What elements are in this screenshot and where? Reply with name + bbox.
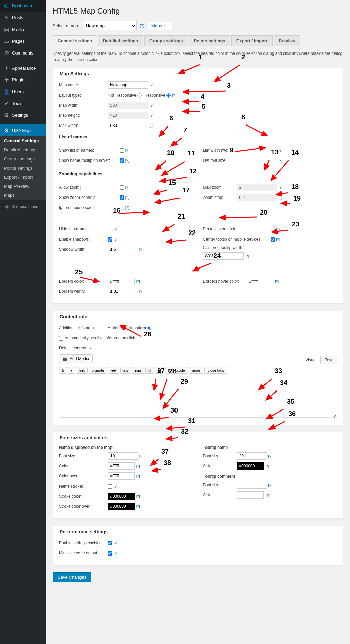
editor-toolbar: bilinkb-quotedelinsimgulollicodemoreclos…: [59, 367, 337, 374]
page-title: HTML5 Map Config: [53, 7, 343, 16]
ed-btn-close-tags[interactable]: close tags: [204, 367, 227, 374]
submenu: General Settings Detailed settings Group…: [0, 136, 46, 200]
ed-btn-li[interactable]: li: [165, 367, 173, 374]
content-info-card: Content info Additional Info area:At rig…: [53, 311, 343, 425]
content-textarea[interactable]: [59, 374, 337, 418]
list-font-input[interactable]: [237, 157, 277, 164]
show-list-checkbox[interactable]: [120, 148, 124, 153]
nav-tools[interactable]: ✔Tools: [0, 98, 46, 109]
tab-points[interactable]: Points settings: [189, 35, 230, 46]
borders-width-input[interactable]: [108, 288, 138, 295]
ed-btn-i[interactable]: i: [68, 367, 75, 374]
enable-shadows-checkbox[interactable]: [108, 237, 112, 242]
ed-btn-code[interactable]: code: [174, 367, 188, 374]
stroke-color-input[interactable]: [108, 493, 135, 500]
center-tooltip-checkbox[interactable]: [271, 237, 275, 242]
ed-btn-link[interactable]: link: [76, 367, 88, 374]
show-zoom-controls-checkbox[interactable]: [120, 195, 124, 200]
tab-general[interactable]: General settings: [53, 35, 97, 46]
tooltip-color-input[interactable]: [237, 462, 264, 470]
nav-usa-map[interactable]: ⚙USA Map: [0, 124, 46, 136]
help-icon[interactable]: [?]: [150, 83, 154, 87]
auto-scroll-checkbox[interactable]: [59, 336, 63, 341]
ed-btn-ol[interactable]: ol: [155, 367, 164, 374]
gear-icon: ⚙: [3, 127, 9, 134]
user-icon: 👤: [3, 88, 9, 95]
show-hover-checkbox[interactable]: [120, 158, 124, 163]
nav-media[interactable]: ▤Media: [0, 24, 46, 35]
nav-plugins[interactable]: ✚Plugins: [0, 74, 46, 86]
map-settings-title: Map Settings: [58, 71, 91, 76]
add-media-button[interactable]: 📷Add Media: [59, 354, 93, 363]
layout-responsive[interactable]: [166, 93, 171, 98]
svg-line-60: [166, 427, 185, 429]
map-name-input[interactable]: [108, 81, 148, 89]
collapse-menu[interactable]: ◀Collapse menu: [0, 200, 46, 213]
pin-tooltip-checkbox[interactable]: [271, 227, 275, 231]
name-stroke-checkbox[interactable]: [108, 484, 112, 489]
centered-width-input[interactable]: [203, 252, 244, 260]
save-button[interactable]: Save Changes: [53, 572, 91, 582]
stroke-color-over-input[interactable]: [108, 503, 135, 510]
nav-posts[interactable]: ✎Posts: [0, 12, 46, 24]
borders-color-input[interactable]: [108, 278, 135, 285]
zoom-step-input: [237, 194, 277, 201]
fonts-card: Font sizes and colors Name displayed on …: [53, 432, 343, 519]
info-right-radio[interactable]: [122, 326, 126, 330]
comment-font-size-input[interactable]: [237, 481, 267, 489]
perf-title: Performance settings: [58, 529, 110, 534]
shadow-width-input[interactable]: [108, 246, 138, 253]
nav-comments[interactable]: ✉Comments: [0, 47, 46, 59]
text-tab[interactable]: Text: [321, 356, 337, 364]
allow-zoom-checkbox[interactable]: [120, 185, 124, 190]
name-font-size-input[interactable]: [108, 452, 138, 460]
nav-appearance[interactable]: ✦Appearance: [0, 62, 46, 74]
ed-btn-img[interactable]: img: [132, 367, 144, 374]
map-select[interactable]: New map: [83, 21, 137, 30]
tab-export[interactable]: Export / Import: [231, 35, 273, 46]
info-bottom-radio[interactable]: [147, 326, 151, 330]
tab-preview[interactable]: Preview: [274, 35, 300, 46]
max-width-input[interactable]: [108, 122, 148, 129]
tooltip-font-size-input[interactable]: [237, 452, 267, 460]
page-icon: ▭: [3, 38, 9, 44]
sub-points[interactable]: Points settings: [0, 164, 46, 173]
ed-btn-more[interactable]: more: [189, 367, 203, 374]
caching-checkbox[interactable]: [108, 541, 112, 545]
name-color-input[interactable]: [108, 462, 135, 470]
list-width-input[interactable]: [237, 147, 277, 154]
admin-sidebar: ◐Dashboard ✎Posts ▤Media ▭Pages ✉Comment…: [0, 0, 46, 644]
sub-detailed[interactable]: Detailed settings: [0, 145, 46, 154]
tab-groups[interactable]: Groups settings: [144, 35, 188, 46]
ed-btn-del[interactable]: del: [108, 367, 119, 374]
ed-btn-b-quote[interactable]: b-quote: [89, 367, 107, 374]
comment-color-input[interactable]: [237, 491, 264, 499]
minimize-checkbox[interactable]: [108, 551, 112, 556]
ed-btn-ul[interactable]: ul: [145, 367, 154, 374]
map-width-input: [108, 102, 148, 109]
sub-general[interactable]: General Settings: [0, 136, 46, 145]
visual-tab[interactable]: Visual: [301, 356, 321, 364]
description: Specify general settings of the map. To …: [53, 50, 343, 63]
hide-shortnames-checkbox[interactable]: [108, 227, 112, 231]
sub-groups[interactable]: Groups settings: [0, 154, 46, 164]
ed-btn-ins[interactable]: ins: [120, 367, 131, 374]
nav-users[interactable]: 👤Users: [0, 86, 46, 98]
collapse-icon: ◀: [3, 203, 9, 210]
sub-preview[interactable]: Map Preview: [0, 182, 46, 191]
media-icon: ▤: [3, 26, 9, 33]
maps-list-button[interactable]: Maps list: [148, 22, 173, 30]
help-select[interactable]: [?]: [140, 24, 144, 28]
nav-pages[interactable]: ▭Pages: [0, 35, 46, 47]
tab-detailed[interactable]: Detailed settings: [98, 35, 143, 46]
sub-export[interactable]: Export / Import: [0, 173, 46, 182]
borders-hover-input[interactable]: [247, 278, 274, 285]
sub-maps[interactable]: Maps: [0, 191, 46, 200]
layout-not-responsive[interactable]: [137, 93, 142, 98]
nav-dashboard[interactable]: ◐Dashboard: [0, 0, 46, 12]
name-color-over-input[interactable]: [108, 472, 135, 480]
ed-btn-b[interactable]: b: [59, 367, 67, 374]
ignore-scroll-checkbox[interactable]: [120, 206, 124, 210]
nav-settings[interactable]: ⚙Settings: [0, 109, 46, 121]
tool-icon: ✔: [3, 100, 9, 107]
